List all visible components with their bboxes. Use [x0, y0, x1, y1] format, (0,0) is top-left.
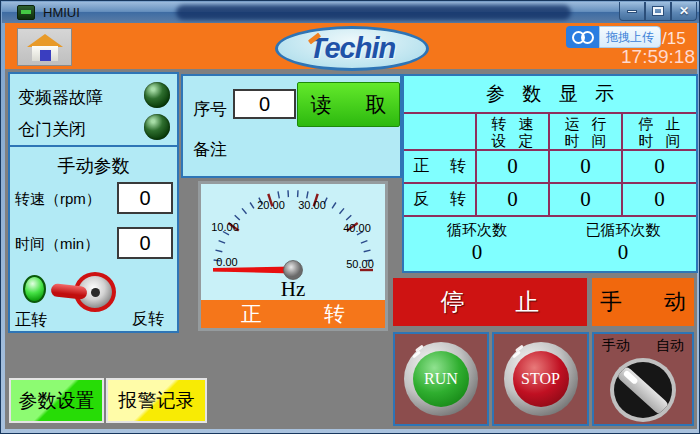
time-label: 时间（min） [15, 235, 99, 254]
cycles-done-value: 0 [618, 240, 629, 265]
close-button[interactable]: ✕ [671, 2, 697, 21]
forward-run-led [23, 275, 46, 303]
inverter-fault-label: 变频器故障 [18, 86, 103, 109]
toggle-center [91, 288, 100, 297]
selector-manual-label: 手动 [602, 337, 630, 355]
gauge-tick-label: 30.00 [290, 199, 334, 211]
door-closed-label: 仓门关闭 [18, 118, 86, 141]
forward-runtime-value: 0 [550, 151, 623, 184]
door-closed-indicator [144, 114, 170, 140]
toggle-lever [50, 283, 87, 300]
minimize-icon [627, 10, 637, 13]
gauge-tick-label: 20.00 [249, 199, 293, 211]
home-button[interactable] [17, 28, 72, 66]
run-button-panel: RUN [393, 332, 489, 426]
hmi-window: HMIUI ✕ Techin 拖拽上传 /15 17:59:18 [0, 0, 700, 434]
drag-upload-button[interactable]: 拖拽上传 [599, 26, 661, 48]
cloud-upload-icon[interactable] [566, 26, 599, 48]
stop-bar-button[interactable]: 停 止 [393, 278, 587, 326]
stop-button-round[interactable]: STOP [504, 342, 578, 416]
cycles-set: 循环次数 0 [404, 217, 550, 271]
gauge-unit-label: Hz [201, 277, 385, 302]
maximize-icon [653, 7, 663, 15]
redacted-path [176, 5, 571, 20]
read-button[interactable]: 读 取 [297, 82, 400, 127]
close-icon: ✕ [679, 4, 689, 18]
stop-button-face: STOP [513, 351, 569, 407]
direction-banner: 正 转 [201, 300, 385, 328]
param-settings-button[interactable]: 参数设置 [9, 378, 104, 423]
cycles-done-label: 已循环次数 [586, 221, 661, 240]
forward-stoptime-value: 0 [623, 151, 696, 184]
reverse-stoptime-value: 0 [623, 184, 696, 217]
run-button[interactable]: RUN [404, 342, 478, 416]
minimize-button[interactable] [619, 2, 645, 21]
window-controls: ✕ [619, 2, 697, 21]
gauge-tick-label: 0.00 [205, 256, 249, 268]
mode-selector-panel: 手动 自动 [592, 332, 694, 426]
hmi-content: Techin 拖拽上传 /15 17:59:18 变频器故障 仓门关闭 手动参数… [5, 23, 697, 429]
col-header-speed: 转 速 设 定 [477, 114, 550, 151]
title-bar: HMIUI ✕ [2, 2, 700, 23]
gauge-tick-label: 10.00 [203, 221, 247, 233]
alarm-record-button[interactable]: 报警记录 [106, 378, 207, 423]
speed-input[interactable]: 0 [117, 182, 173, 214]
params-table: 转 速 设 定 运 行 时 间 停 止 时 间 正 转 0 0 0 反 转 0 … [404, 114, 696, 217]
brand-logo-text: Techin [309, 32, 395, 65]
manual-bar-button[interactable]: 手 动 [592, 278, 694, 326]
cycles-label: 循环次数 [447, 221, 507, 240]
gauge-tick-label: 40.00 [335, 222, 379, 234]
selector-auto-label: 自动 [656, 337, 684, 355]
speed-label: 转速（rpm） [15, 190, 101, 209]
manual-params-title: 手动参数 [10, 154, 177, 178]
row-label-forward: 正 转 [404, 151, 477, 184]
window-title: HMIUI [43, 5, 80, 20]
panel-divider [10, 145, 177, 147]
clock-display: 17:59:18 [587, 46, 695, 68]
reverse-runtime-value: 0 [550, 184, 623, 217]
gauge-tick-label: 50.00 [338, 258, 382, 270]
record-panel: 序号 0 读 取 备注 [181, 74, 402, 178]
status-panel: 变频器故障 仓门关闭 手动参数 转速（rpm） 0 时间（min） 0 正转 反… [8, 72, 179, 333]
forward-speed-value: 0 [477, 151, 550, 184]
note-label: 备注 [193, 138, 227, 161]
cycles-done: 已循环次数 0 [550, 217, 696, 271]
row-label-reverse: 反 转 [404, 184, 477, 217]
params-display-panel: 参 数 显 示 转 速 设 定 运 行 时 间 停 止 时 间 正 转 0 0 [402, 74, 698, 273]
reverse-speed-value: 0 [477, 184, 550, 217]
params-title: 参 数 显 示 [404, 76, 696, 114]
corner-cell [404, 114, 477, 151]
rotary-lever [615, 364, 671, 417]
reverse-label: 反转 [132, 309, 164, 330]
button-shine [412, 351, 421, 359]
cycles-value: 0 [472, 240, 483, 265]
rotary-face [614, 362, 672, 418]
forward-label: 正转 [15, 310, 47, 331]
brand-logo: Techin [275, 26, 429, 71]
col-header-runtime: 运 行 时 间 [550, 114, 623, 151]
direction-toggle-switch[interactable] [68, 272, 116, 314]
mode-rotary-switch[interactable] [610, 358, 676, 422]
serial-input[interactable]: 0 [233, 89, 296, 119]
run-button-face: RUN [413, 351, 469, 407]
maximize-button[interactable] [645, 2, 671, 21]
stop-button-panel: STOP [492, 332, 589, 426]
hmi-header: Techin 拖拽上传 /15 17:59:18 [5, 23, 697, 69]
inverter-fault-indicator [144, 82, 170, 108]
serial-label: 序号 [193, 98, 227, 121]
time-input[interactable]: 0 [117, 227, 173, 259]
app-icon [17, 5, 35, 20]
cycles-section: 循环次数 0 已循环次数 0 [404, 217, 696, 271]
frequency-gauge-panel: 0.00 10.00 20.00 30.00 40.00 50.00 Hz 正 … [198, 181, 388, 331]
col-header-stoptime: 停 止 时 间 [623, 114, 696, 151]
button-shine [512, 351, 521, 359]
